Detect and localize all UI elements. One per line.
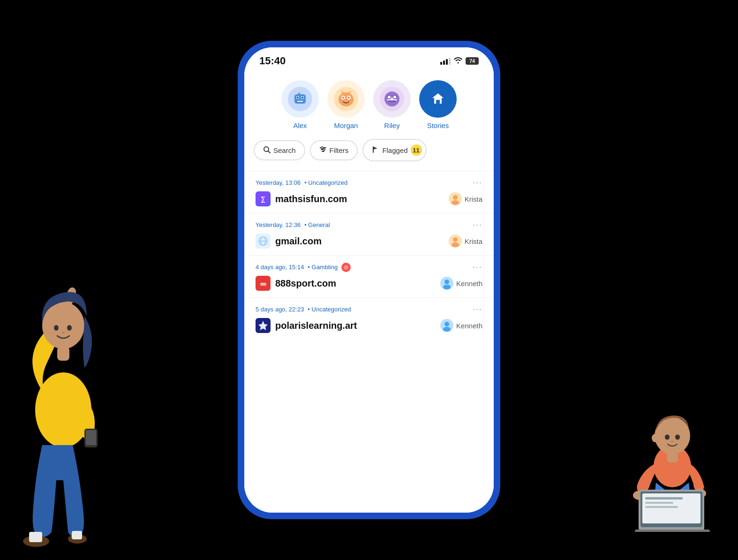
svg-point-30 bbox=[321, 147, 323, 149]
svg-rect-1 bbox=[294, 94, 306, 104]
user-avatar-kenneth-3 bbox=[440, 277, 453, 290]
avatar-alex[interactable]: Alex bbox=[281, 80, 319, 129]
svg-text:888: 888 bbox=[260, 282, 266, 287]
phone-outer: 15:40 bbox=[238, 41, 500, 519]
svg-point-69 bbox=[665, 435, 670, 440]
category-3: • Gambling bbox=[308, 264, 338, 271]
svg-rect-58 bbox=[86, 430, 96, 445]
category-2: • General bbox=[304, 221, 330, 228]
avatar-alex-label: Alex bbox=[293, 121, 307, 129]
avatar-stories-label: Stories bbox=[427, 121, 449, 129]
status-time: 15:40 bbox=[259, 55, 286, 67]
history-item-gmail[interactable]: Yesterday, 12:36 • General ··· bbox=[244, 213, 494, 255]
history-meta-3: 4 days ago, 15:14 • Gambling ⊘ ··· bbox=[256, 262, 482, 272]
svg-text:∑: ∑ bbox=[261, 195, 265, 203]
site-left-4: polarislearning.art bbox=[256, 318, 357, 333]
svg-line-26 bbox=[268, 151, 270, 153]
user-chip-2: Krista bbox=[449, 235, 482, 248]
search-icon bbox=[263, 146, 271, 155]
timestamp-3: 4 days ago, 15:14 bbox=[256, 264, 304, 271]
history-list: Yesterday, 13:06 • Uncategorized ··· bbox=[244, 171, 494, 340]
woman-illustration bbox=[0, 232, 150, 560]
more-btn-4[interactable]: ··· bbox=[473, 304, 482, 314]
user-name-2: Krista bbox=[465, 237, 482, 245]
svg-rect-22 bbox=[388, 100, 396, 102]
flagged-label: Flagged bbox=[382, 146, 407, 154]
avatar-stories[interactable]: Stories bbox=[419, 80, 457, 129]
svg-rect-72 bbox=[667, 452, 678, 462]
user-name-4: Kenneth bbox=[456, 322, 482, 330]
svg-point-10 bbox=[339, 92, 354, 106]
history-meta-left-4: 5 days ago, 22:23 • Uncategorized bbox=[256, 306, 351, 313]
avatar-morgan[interactable]: Morgan bbox=[327, 80, 365, 129]
svg-point-42 bbox=[453, 237, 458, 242]
svg-rect-85 bbox=[645, 502, 673, 504]
search-label: Search bbox=[273, 146, 296, 154]
filters-icon bbox=[319, 146, 327, 155]
scene: 15:40 bbox=[0, 0, 738, 560]
site-row-3: 888 888sport.com bbox=[256, 276, 482, 291]
favicon-polaris bbox=[256, 318, 271, 333]
svg-point-52 bbox=[444, 322, 449, 326]
history-meta-1: Yesterday, 13:06 • Uncategorized ··· bbox=[256, 178, 482, 188]
favicon-globe bbox=[256, 234, 271, 249]
flagged-button[interactable]: Flagged 11 bbox=[362, 139, 426, 161]
history-item-mathsisfun[interactable]: Yesterday, 13:06 • Uncategorized ··· bbox=[244, 171, 494, 213]
site-name-4: polarislearning.art bbox=[275, 320, 357, 331]
svg-rect-62 bbox=[57, 347, 69, 361]
svg-point-43 bbox=[452, 242, 459, 247]
more-btn-2[interactable]: ··· bbox=[473, 220, 482, 230]
site-name-2: gmail.com bbox=[275, 236, 322, 247]
history-meta-2: Yesterday, 12:36 • General ··· bbox=[256, 220, 482, 230]
more-btn-1[interactable]: ··· bbox=[473, 178, 482, 188]
battery-icon: 74 bbox=[466, 57, 479, 65]
flag-icon bbox=[372, 146, 379, 155]
site-row-1: ∑ mathsisfun.com bbox=[256, 191, 482, 206]
blocked-icon: ⊘ bbox=[341, 263, 351, 272]
boy-illustration bbox=[621, 391, 724, 532]
avatar-riley-circle bbox=[373, 80, 411, 118]
svg-rect-24 bbox=[436, 100, 440, 104]
status-bar: 15:40 bbox=[244, 47, 494, 71]
svg-point-13 bbox=[342, 97, 344, 98]
history-meta-left-2: Yesterday, 12:36 • General bbox=[256, 221, 330, 228]
avatar-morgan-label: Morgan bbox=[334, 121, 358, 129]
svg-rect-66 bbox=[72, 531, 82, 539]
favicon-888: 888 bbox=[256, 276, 271, 291]
avatar-morgan-circle bbox=[327, 80, 365, 118]
category-1: • Uncategorized bbox=[304, 179, 347, 186]
avatar-stories-circle bbox=[419, 80, 457, 118]
more-btn-3[interactable]: ··· bbox=[473, 262, 482, 272]
svg-point-48 bbox=[443, 285, 451, 289]
svg-point-47 bbox=[444, 280, 449, 284]
timestamp-4: 5 days ago, 22:23 bbox=[256, 306, 304, 313]
site-row-2: gmail.com bbox=[256, 234, 482, 249]
timestamp-2: Yesterday, 12:36 bbox=[256, 221, 301, 228]
history-meta-left-1: Yesterday, 13:06 • Uncategorized bbox=[256, 179, 347, 186]
wifi-icon bbox=[453, 56, 463, 66]
svg-point-71 bbox=[652, 434, 658, 442]
user-avatar-kenneth-4 bbox=[440, 319, 453, 332]
svg-rect-84 bbox=[645, 497, 683, 499]
svg-rect-65 bbox=[29, 532, 42, 542]
avatar-riley[interactable]: Riley bbox=[373, 80, 411, 129]
user-avatar-krista-1 bbox=[449, 192, 462, 205]
status-icons: 74 bbox=[440, 56, 479, 66]
site-left-1: ∑ mathsisfun.com bbox=[256, 191, 347, 206]
phone-mockup: 15:40 bbox=[238, 41, 500, 519]
svg-point-60 bbox=[54, 325, 59, 331]
svg-point-70 bbox=[675, 435, 680, 440]
site-left-3: 888 888sport.com bbox=[256, 276, 336, 291]
history-item-polaris[interactable]: 5 days ago, 22:23 • Uncategorized ··· bbox=[244, 297, 494, 340]
svg-point-20 bbox=[388, 96, 391, 98]
history-item-888sport[interactable]: 4 days ago, 15:14 • Gambling ⊘ ··· bbox=[244, 255, 494, 297]
phone-inner: 15:40 bbox=[244, 47, 494, 513]
svg-rect-86 bbox=[645, 506, 678, 508]
filters-label: Filters bbox=[330, 146, 349, 154]
filters-button[interactable]: Filters bbox=[310, 140, 358, 160]
search-button[interactable]: Search bbox=[254, 140, 305, 160]
svg-rect-5 bbox=[301, 97, 303, 98]
flagged-count: 11 bbox=[411, 144, 422, 156]
phone-content: Alex bbox=[244, 71, 494, 513]
svg-point-53 bbox=[443, 327, 451, 332]
